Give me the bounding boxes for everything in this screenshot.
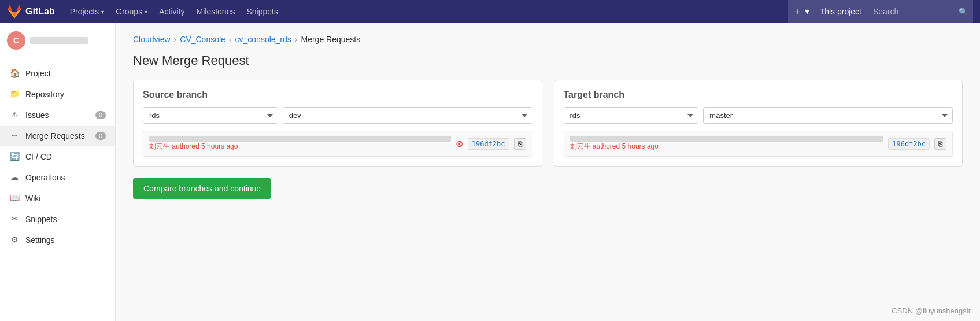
breadcrumb-sep: › (295, 35, 298, 44)
blur-line-2 (570, 136, 884, 142)
sidebar-item-merge-requests[interactable]: ↔ Merge Requests 0 (0, 126, 115, 146)
nav-milestones[interactable]: Milestones (191, 0, 241, 23)
sidebar-item-repository[interactable]: 📁 Repository (0, 84, 115, 105)
brand-name: GitLab (25, 6, 55, 17)
compare-branches-button[interactable]: Compare branches and continue (133, 178, 271, 199)
cicd-icon: 🔄 (9, 152, 20, 162)
target-author: 刘云生 (570, 142, 591, 150)
breadcrumb-cv-console[interactable]: CV_Console (180, 35, 225, 44)
search-input[interactable] (867, 0, 954, 23)
sidebar-item-label: Project (25, 69, 51, 78)
sidebar-item-label: Wiki (25, 194, 40, 203)
this-project-button[interactable]: This project (814, 0, 867, 23)
source-commit-blurred (149, 136, 451, 142)
nav-snippets[interactable]: Snippets (241, 0, 283, 23)
sidebar-nav: 🏠 Project 📁 Repository ⚠ Issues 0 ↔ Merg… (0, 58, 115, 255)
sidebar-item-operations[interactable]: ☁ Operations (0, 167, 115, 188)
gitlab-brand[interactable]: GitLab (7, 4, 55, 19)
source-commit-desc: 刘云生 authored 5 hours ago (149, 136, 451, 152)
breadcrumb-current: Merge Requests (301, 35, 361, 44)
target-branch-selector-row: rds master (564, 107, 953, 124)
new-item-button[interactable]: ＋ ▾ (788, 0, 813, 23)
source-author-line: 刘云生 authored 5 hours ago (149, 142, 451, 152)
source-repo-select[interactable]: rds (143, 107, 278, 124)
gear-icon: ⚙ (9, 235, 20, 245)
nav-groups[interactable]: Groups ▾ (110, 0, 153, 23)
merge-icon: ↔ (9, 131, 20, 141)
target-author-line: 刘云生 authored 5 hours ago (570, 142, 884, 152)
snippets-icon: ✂ (9, 214, 20, 224)
source-author: 刘云生 (149, 142, 170, 150)
top-navbar: GitLab Projects ▾ Groups ▾ Activity Mile… (0, 0, 980, 23)
issues-icon: ⚠ (9, 110, 20, 120)
blur-line-1 (149, 136, 451, 142)
sidebar-item-snippets[interactable]: ✂ Snippets (0, 209, 115, 230)
sidebar-item-settings[interactable]: ⚙ Settings (0, 230, 115, 250)
breadcrumb-sep: › (229, 35, 232, 44)
sidebar-item-label: Merge Requests (25, 131, 85, 141)
wiki-icon: 📖 (9, 193, 20, 204)
chevron-down-icon: ▾ (145, 9, 147, 15)
target-commit-desc: 刘云生 authored 5 hours ago (570, 136, 884, 152)
target-commit-hash: 196df2bc (888, 138, 930, 150)
target-branch-info-row: 刘云生 authored 5 hours ago 196df2bc ⎘ (564, 131, 953, 157)
breadcrumb: Cloudview › CV_Console › cv_console_rds … (133, 35, 963, 44)
sidebar-item-label: Snippets (25, 215, 57, 224)
merge-requests-badge: 0 (95, 132, 106, 140)
page-title: New Merge Request (133, 53, 963, 68)
source-copy-button[interactable]: ⎘ (514, 138, 526, 150)
nav-activity[interactable]: Activity (153, 0, 190, 23)
source-branch-selector-row: rds dev (143, 107, 532, 124)
sidebar: C 🏠 Project 📁 Repository ⚠ Issues 0 ↔ Me… (0, 23, 116, 321)
sidebar-item-label: Issues (25, 110, 49, 120)
avatar: C (7, 31, 25, 50)
breadcrumb-sep: › (174, 35, 177, 44)
source-branch-info-row: 刘云生 authored 5 hours ago ⊗ 196df2bc ⎘ (143, 131, 532, 157)
issues-badge: 0 (95, 111, 106, 119)
sidebar-item-cicd[interactable]: 🔄 CI / CD (0, 146, 115, 167)
sidebar-item-issues[interactable]: ⚠ Issues 0 (0, 105, 115, 126)
target-repo-select[interactable]: rds (564, 107, 699, 124)
user-name (30, 37, 88, 44)
navbar-right: ＋ ▾ This project 🔍 (788, 0, 973, 23)
target-copy-button[interactable]: ⎘ (934, 138, 946, 150)
source-branch-title: Source branch (143, 90, 532, 100)
sidebar-item-project[interactable]: 🏠 Project (0, 63, 115, 84)
target-branch-select[interactable]: master (703, 107, 953, 124)
sidebar-item-label: Repository (25, 90, 64, 99)
sidebar-item-label: Operations (25, 173, 65, 182)
chevron-down-icon: ▾ (101, 9, 104, 15)
sidebar-item-wiki[interactable]: 📖 Wiki (0, 188, 115, 209)
breadcrumb-cloudview[interactable]: Cloudview (133, 35, 171, 44)
cancel-icon[interactable]: ⊗ (456, 138, 463, 149)
branch-panels: Source branch rds dev 刘云生 (133, 80, 963, 167)
footer-attribution: CSDN @liuyunshengsir (892, 307, 971, 315)
sidebar-item-label: Settings (25, 235, 55, 245)
nav-projects[interactable]: Projects ▾ (64, 0, 110, 23)
user-info: C (0, 23, 115, 58)
source-commit-hash: 196df2bc (468, 138, 509, 150)
target-commit-blurred (570, 136, 884, 142)
breadcrumb-cv-console-rds[interactable]: cv_console_rds (235, 35, 291, 44)
source-branch-select[interactable]: dev (283, 107, 532, 124)
main-content: Cloudview › CV_Console › cv_console_rds … (116, 23, 980, 321)
target-time-ago: authored 5 hours ago (593, 142, 659, 150)
target-branch-title: Target branch (564, 90, 953, 100)
operations-icon: ☁ (9, 172, 20, 183)
main-layout: C 🏠 Project 📁 Repository ⚠ Issues 0 ↔ Me… (0, 23, 980, 321)
home-icon: 🏠 (9, 68, 20, 79)
source-branch-panel: Source branch rds dev 刘云生 (133, 80, 542, 167)
sidebar-item-label: CI / CD (25, 152, 52, 161)
folder-icon: 📁 (9, 89, 20, 99)
source-time-ago: authored 5 hours ago (172, 142, 238, 150)
target-branch-panel: Target branch rds master 刘 (554, 80, 963, 167)
search-submit-button[interactable]: 🔍 (954, 0, 973, 23)
